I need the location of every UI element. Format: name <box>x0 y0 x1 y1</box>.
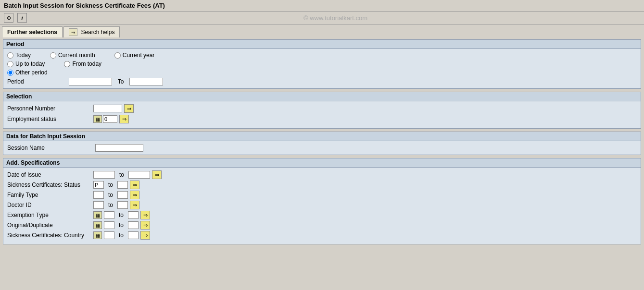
spec-input-5-from[interactable] <box>104 221 114 229</box>
spec-label-4: Exemption Type <box>7 212 91 218</box>
spec-input-1-from[interactable] <box>93 181 104 189</box>
spec-label-1: Sickness Certificates: Status <box>7 181 91 188</box>
employment-status-input[interactable] <box>103 115 117 123</box>
spec-row-3: Doctor ID to ⇒ <box>7 201 637 209</box>
period-row-2: Up to today From today <box>7 60 637 67</box>
spec-label-5: Original/Duplicate <box>7 222 91 229</box>
session-row: Session Name <box>3 141 641 155</box>
employment-dropdown-btn[interactable]: ▦ <box>93 115 102 123</box>
spec-to-5: to <box>116 222 126 229</box>
spec-input-3-to[interactable] <box>117 201 128 209</box>
employment-status-arrow[interactable]: ⇒ <box>119 115 129 123</box>
spec-label-6: Sickness Certificates: Country <box>7 232 91 239</box>
spec-to-1: to <box>106 181 115 188</box>
batch-input-header: Data for Batch Input Session <box>3 132 641 141</box>
personnel-number-label: Personnel Number <box>7 105 91 112</box>
employment-status-row: Employment status ▦ ⇒ <box>7 115 637 123</box>
radio-other-period-input[interactable] <box>7 70 13 76</box>
add-spec-header: Add. Specifications <box>3 158 641 168</box>
spec-to-6: to <box>116 232 126 239</box>
spec-row-6: Sickness Certificates: Country ▦ to ⇒ <box>7 231 637 240</box>
spec-row-2: Family Type to ⇒ <box>7 191 637 199</box>
spec-arrow-1[interactable]: ⇒ <box>130 181 139 189</box>
spec-to-2: to <box>106 192 115 198</box>
radio-current-year-input[interactable] <box>114 52 121 59</box>
country-dropdown-btn[interactable]: ▦ <box>93 231 102 239</box>
selection-section: Selection Personnel Number ⇒ Employment … <box>3 92 641 129</box>
period-row-3: Other period <box>7 69 637 76</box>
tab-search-helps[interactable]: ⇒ Search helps <box>63 26 120 37</box>
spec-input-2-to[interactable] <box>117 191 128 199</box>
period-header: Period <box>3 40 641 49</box>
title-bar: Batch Input Session for Sickness Certifi… <box>0 0 644 12</box>
spec-label-0: Date of Issue <box>7 171 91 178</box>
spec-input-5-to[interactable] <box>128 221 139 229</box>
page-title: Batch Input Session for Sickness Certifi… <box>4 2 165 9</box>
info-icon[interactable]: i <box>17 13 27 23</box>
spec-input-2-from[interactable] <box>93 191 104 199</box>
spec-input-0-from[interactable] <box>93 171 115 179</box>
toolbar: ⊕ i © www.tutorialkart.com <box>0 12 644 24</box>
radio-today: Today <box>7 52 31 59</box>
period-from-input[interactable] <box>69 78 112 85</box>
employment-controls: ▦ <box>93 115 117 123</box>
back-icon[interactable]: ⊕ <box>4 13 13 23</box>
personnel-number-row: Personnel Number ⇒ <box>7 104 637 113</box>
spec-input-4-to[interactable] <box>128 211 139 219</box>
spec-input-4-from[interactable] <box>104 211 114 219</box>
period-input-row: Period To <box>7 78 637 85</box>
period-section: Period Today Current month Current year <box>3 39 641 89</box>
radio-current-year: Current year <box>114 52 155 59</box>
radio-from-today: From today <box>64 60 101 67</box>
spec-to-0: to <box>117 171 126 178</box>
spec-input-0-to[interactable] <box>128 171 150 179</box>
personnel-number-arrow[interactable]: ⇒ <box>124 104 134 113</box>
tab-bar: Further selections ⇒ Search helps <box>0 24 644 37</box>
add-spec-body: Date of Issue to ⇒ Sickness Certificates… <box>3 168 641 244</box>
period-label: Period <box>7 78 65 85</box>
session-name-input[interactable] <box>95 144 143 152</box>
tab-further-selections[interactable]: Further selections <box>2 26 63 37</box>
tab-arrow-icon: ⇒ <box>69 28 77 36</box>
spec-arrow-5[interactable]: ⇒ <box>140 221 150 230</box>
spec-arrow-0[interactable]: ⇒ <box>152 170 162 179</box>
spec-input-6-from[interactable] <box>104 231 114 239</box>
main-content: Period Today Current month Current year <box>0 37 644 249</box>
spec-row-1: Sickness Certificates: Status to ⇒ <box>7 181 637 189</box>
period-row-1: Today Current month Current year <box>7 52 637 59</box>
spec-to-4: to <box>116 212 126 218</box>
batch-input-section: Data for Batch Input Session Session Nam… <box>3 132 641 155</box>
period-body: Today Current month Current year Up to t… <box>3 49 641 88</box>
selection-header: Selection <box>3 92 641 101</box>
spec-label-3: Doctor ID <box>7 202 91 208</box>
spec-row-4: Exemption Type ▦ to ⇒ <box>7 211 637 219</box>
spec-input-1-to[interactable] <box>117 181 128 189</box>
period-to-label: To <box>116 78 126 85</box>
radio-up-to-today: Up to today <box>7 60 45 67</box>
radio-today-input[interactable] <box>7 52 13 59</box>
period-to-input[interactable] <box>129 78 163 85</box>
radio-current-month-input[interactable] <box>50 52 56 59</box>
selection-body: Personnel Number ⇒ Employment status ▦ ⇒ <box>3 101 641 128</box>
radio-up-to-today-input[interactable] <box>7 61 13 67</box>
session-name-label: Session Name <box>7 145 91 151</box>
exemption-dropdown-btn[interactable]: ▦ <box>93 211 102 219</box>
spec-input-6-to[interactable] <box>128 231 139 239</box>
spec-arrow-2[interactable]: ⇒ <box>130 191 139 199</box>
spec-row-0: Date of Issue to ⇒ <box>7 170 637 179</box>
spec-arrow-6[interactable]: ⇒ <box>140 231 150 240</box>
spec-input-3-from[interactable] <box>93 201 104 209</box>
personnel-number-input[interactable] <box>93 105 122 112</box>
spec-label-2: Family Type <box>7 192 91 198</box>
spec-arrow-3[interactable]: ⇒ <box>130 201 139 209</box>
spec-to-3: to <box>106 202 115 208</box>
spec-row-5: Original/Duplicate ▦ to ⇒ <box>7 221 637 230</box>
add-spec-section: Add. Specifications Date of Issue to ⇒ S… <box>3 158 641 244</box>
radio-current-month: Current month <box>50 52 95 59</box>
employment-status-label: Employment status <box>7 116 91 122</box>
radio-other-period: Other period <box>7 69 48 76</box>
spec-arrow-4[interactable]: ⇒ <box>140 211 150 219</box>
duplicate-dropdown-btn[interactable]: ▦ <box>93 221 102 229</box>
radio-from-today-input[interactable] <box>64 61 70 67</box>
watermark: © www.tutorialkart.com <box>31 14 640 22</box>
